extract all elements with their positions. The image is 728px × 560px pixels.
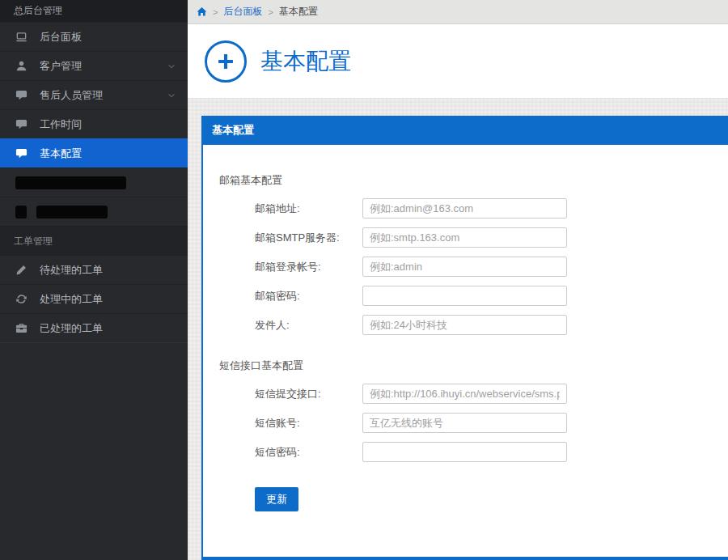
sidebar-item-customer-management[interactable]: 客户管理 (0, 51, 188, 80)
sidebar-item-dashboard[interactable]: 后台面板 (0, 22, 188, 51)
sidebar-item-processing-work-orders[interactable]: 处理中的工单 (0, 284, 188, 313)
sidebar-item-redacted-2[interactable] (0, 197, 188, 226)
sidebar-item-aftersales-staff-management[interactable]: 售后人员管理 (0, 80, 188, 109)
sidebar-item-label: 待处理的工单 (40, 263, 103, 278)
chevron-down-icon (167, 62, 176, 71)
sidebar-nav-main: 后台面板客户管理售后人员管理工作时间基本配置 (0, 22, 188, 226)
sidebar-item-label: 已处理的工单 (40, 321, 103, 336)
email-password-input[interactable] (362, 286, 567, 306)
form-row-email-address: 邮箱地址: (255, 198, 712, 218)
redacted-text-bar (36, 206, 108, 218)
page-title: 基本配置 (260, 46, 351, 77)
chevron-down-icon (167, 91, 176, 100)
config-form: 邮箱基本配置邮箱地址:邮箱SMTP服务器:邮箱登录帐号:邮箱密码:发件人:短信接… (219, 174, 712, 462)
comment-icon (15, 147, 28, 159)
laptop-icon (15, 31, 28, 43)
update-button[interactable]: 更新 (255, 487, 298, 511)
sidebar-nav-work-orders: 待处理的工单处理中的工单已处理的工单 (0, 255, 188, 342)
form-row-email-login-account: 邮箱登录帐号: (255, 257, 712, 277)
breadcrumb-current: 基本配置 (279, 5, 318, 19)
sidebar-item-label: 售后人员管理 (40, 88, 103, 103)
email-address-label: 邮箱地址: (255, 202, 362, 216)
form-section-title: 邮箱基本配置 (219, 174, 712, 187)
sidebar-item-label: 后台面板 (40, 30, 82, 45)
sidebar-title: 总后台管理 (0, 0, 188, 22)
form-row-email-smtp-server: 邮箱SMTP服务器: (255, 227, 712, 248)
form-row-email-sender: 发件人: (255, 315, 712, 335)
page-title-bar: 基本配置 (188, 24, 728, 99)
sidebar-item-label: 基本配置 (40, 146, 82, 161)
redacted-text-bar (15, 176, 126, 189)
sidebar-item-basic-config[interactable]: 基本配置 (0, 138, 188, 168)
user-icon (15, 60, 28, 72)
sms-account-label: 短信账号: (255, 416, 362, 431)
sidebar-filler (0, 342, 188, 560)
email-smtp-server-label: 邮箱SMTP服务器: (255, 231, 362, 245)
sidebar-item-label: 工作时间 (40, 117, 82, 132)
pencil-icon (15, 264, 28, 276)
briefcase-icon (15, 322, 28, 334)
home-icon[interactable] (197, 6, 207, 17)
refresh-icon (15, 293, 28, 305)
form-row-sms-api-url: 短信提交接口: (255, 384, 712, 404)
redacted-text-bar (15, 206, 27, 218)
email-address-input[interactable] (362, 198, 567, 218)
panel-header: 基本配置 (203, 116, 728, 145)
panel-body: 邮箱基本配置邮箱地址:邮箱SMTP服务器:邮箱登录帐号:邮箱密码:发件人:短信接… (203, 145, 728, 557)
sidebar-item-processed-work-orders[interactable]: 已处理的工单 (0, 313, 188, 342)
sms-account-input[interactable] (362, 413, 567, 433)
sidebar-item-label: 客户管理 (40, 59, 82, 74)
comment-icon (15, 118, 28, 130)
breadcrumb: > 后台面板 > 基本配置 (188, 0, 728, 24)
sidebar-item-redacted-1[interactable] (0, 168, 188, 197)
sidebar: 总后台管理 后台面板客户管理售后人员管理工作时间基本配置 工单管理 待处理的工单… (0, 0, 188, 560)
sms-password-label: 短信密码: (255, 445, 362, 460)
breadcrumb-separator: > (268, 7, 273, 17)
sidebar-item-label: 处理中的工单 (40, 292, 103, 307)
sidebar-section-work-orders: 工单管理 (0, 226, 188, 255)
app-root: 总后台管理 后台面板客户管理售后人员管理工作时间基本配置 工单管理 待处理的工单… (0, 0, 728, 560)
form-row-email-password: 邮箱密码: (255, 286, 712, 306)
form-section-title: 短信接口基本配置 (219, 359, 712, 372)
main-area: > 后台面板 > 基本配置 基本配置 基本配置 邮箱基本配置邮箱地址:邮箱SMT… (188, 0, 728, 560)
email-password-label: 邮箱密码: (255, 289, 362, 303)
form-row-sms-password: 短信密码: (255, 442, 712, 462)
comment-icon (15, 89, 28, 101)
email-sender-input[interactable] (362, 315, 567, 335)
breadcrumb-separator: > (213, 7, 218, 17)
sms-api-url-input[interactable] (362, 384, 567, 404)
email-sender-label: 发件人: (255, 318, 362, 333)
config-panel: 基本配置 邮箱基本配置邮箱地址:邮箱SMTP服务器:邮箱登录帐号:邮箱密码:发件… (201, 116, 728, 560)
plus-circle-icon (205, 40, 247, 83)
breadcrumb-link-dashboard[interactable]: 后台面板 (223, 5, 262, 19)
email-login-account-input[interactable] (362, 257, 567, 277)
sms-api-url-label: 短信提交接口: (255, 387, 362, 401)
sidebar-item-pending-work-orders[interactable]: 待处理的工单 (0, 255, 188, 284)
sidebar-item-work-time[interactable]: 工作时间 (0, 109, 188, 138)
email-login-account-label: 邮箱登录帐号: (255, 260, 362, 274)
sms-password-input[interactable] (362, 442, 567, 462)
form-row-sms-account: 短信账号: (255, 413, 712, 433)
email-smtp-server-input[interactable] (362, 227, 567, 248)
